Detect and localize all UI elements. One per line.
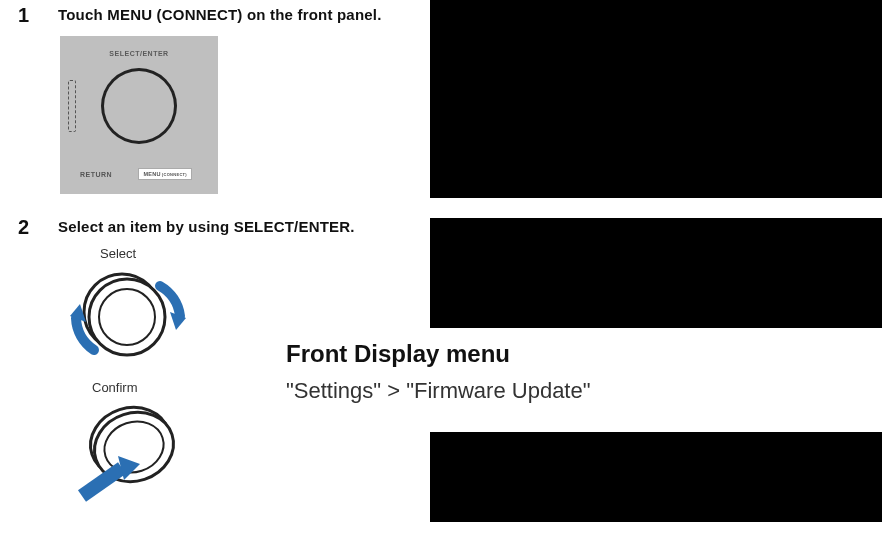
- step-1-number: 1: [18, 4, 29, 27]
- confirm-dial-illustration: [68, 398, 198, 518]
- panel-menu-connect-button: MENU(CONNECT): [138, 168, 192, 180]
- select-dial-label: Select: [100, 246, 136, 261]
- front-display-menu-heading: Front Display menu: [286, 340, 510, 368]
- step-2-number: 2: [18, 216, 29, 239]
- front-panel-illustration: SELECT/ENTER RETURN MENU(CONNECT): [60, 36, 218, 194]
- select-dial-illustration: [64, 260, 194, 370]
- panel-side-indicator: [68, 80, 76, 132]
- redacted-block-bottom: [430, 432, 882, 522]
- panel-dial-icon: [101, 68, 177, 144]
- redacted-block-top: [430, 0, 882, 198]
- svg-point-2: [99, 289, 155, 345]
- panel-menu-sublabel: (CONNECT): [162, 172, 187, 177]
- redacted-block-middle: [430, 218, 882, 328]
- menu-path-text: "Settings" > "Firmware Update": [286, 378, 591, 404]
- step-1-instruction: Touch MENU (CONNECT) on the front panel.: [58, 6, 382, 23]
- panel-return-label: RETURN: [80, 171, 112, 178]
- panel-menu-label: MENU: [143, 171, 160, 177]
- panel-select-enter-label: SELECT/ENTER: [109, 50, 168, 57]
- confirm-dial-label: Confirm: [92, 380, 138, 395]
- step-2-instruction: Select an item by using SELECT/ENTER.: [58, 218, 355, 235]
